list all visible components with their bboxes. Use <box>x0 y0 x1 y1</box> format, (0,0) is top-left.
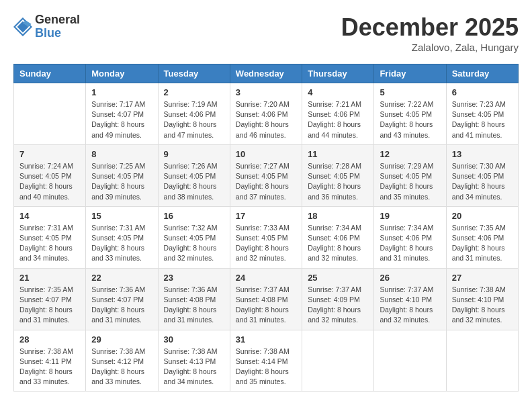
day-number: 11 <box>308 149 368 159</box>
day-number: 18 <box>308 211 368 221</box>
calendar-cell: 15Sunrise: 7:31 AM Sunset: 4:05 PM Dayli… <box>86 206 158 268</box>
day-info: Sunrise: 7:26 AM Sunset: 4:05 PM Dayligh… <box>164 161 224 202</box>
day-info: Sunrise: 7:34 AM Sunset: 4:06 PM Dayligh… <box>308 223 368 264</box>
calendar-cell: 11Sunrise: 7:28 AM Sunset: 4:05 PM Dayli… <box>302 144 374 206</box>
day-number: 13 <box>452 149 513 159</box>
day-info: Sunrise: 7:24 AM Sunset: 4:05 PM Dayligh… <box>19 161 80 202</box>
day-number: 31 <box>236 334 296 345</box>
day-number: 10 <box>236 149 296 159</box>
weekday-header: Wednesday <box>230 64 302 83</box>
calendar-cell <box>374 330 446 392</box>
day-info: Sunrise: 7:36 AM Sunset: 4:08 PM Dayligh… <box>164 285 224 326</box>
calendar-header-row: SundayMondayTuesdayWednesdayThursdayFrid… <box>14 64 519 83</box>
day-number: 23 <box>164 273 224 283</box>
calendar-cell: 3Sunrise: 7:20 AM Sunset: 4:06 PM Daylig… <box>230 83 302 145</box>
day-info: Sunrise: 7:38 AM Sunset: 4:11 PM Dayligh… <box>19 347 80 387</box>
weekday-header: Sunday <box>14 64 86 83</box>
day-info: Sunrise: 7:32 AM Sunset: 4:05 PM Dayligh… <box>164 223 224 264</box>
day-info: Sunrise: 7:30 AM Sunset: 4:05 PM Dayligh… <box>452 161 513 202</box>
day-number: 17 <box>236 211 296 221</box>
calendar-cell: 19Sunrise: 7:34 AM Sunset: 4:06 PM Dayli… <box>374 206 446 268</box>
day-number: 20 <box>452 211 513 221</box>
day-number: 9 <box>164 149 224 159</box>
calendar-cell: 28Sunrise: 7:38 AM Sunset: 4:11 PM Dayli… <box>14 330 86 392</box>
calendar-cell <box>302 330 374 392</box>
day-info: Sunrise: 7:38 AM Sunset: 4:10 PM Dayligh… <box>452 285 513 326</box>
day-number: 21 <box>19 273 80 283</box>
calendar-cell: 9Sunrise: 7:26 AM Sunset: 4:05 PM Daylig… <box>158 144 230 206</box>
day-info: Sunrise: 7:38 AM Sunset: 4:13 PM Dayligh… <box>164 347 224 387</box>
day-info: Sunrise: 7:34 AM Sunset: 4:06 PM Dayligh… <box>380 223 440 264</box>
day-info: Sunrise: 7:28 AM Sunset: 4:05 PM Dayligh… <box>308 161 368 202</box>
calendar-cell: 26Sunrise: 7:37 AM Sunset: 4:10 PM Dayli… <box>374 268 446 330</box>
calendar-week-row: 28Sunrise: 7:38 AM Sunset: 4:11 PM Dayli… <box>14 330 519 392</box>
day-number: 2 <box>164 87 224 97</box>
logo-general: General <box>35 13 80 27</box>
day-info: Sunrise: 7:25 AM Sunset: 4:05 PM Dayligh… <box>91 161 152 202</box>
calendar-cell: 21Sunrise: 7:35 AM Sunset: 4:07 PM Dayli… <box>14 268 86 330</box>
calendar-week-row: 1Sunrise: 7:17 AM Sunset: 4:07 PM Daylig… <box>14 83 519 145</box>
day-info: Sunrise: 7:37 AM Sunset: 4:08 PM Dayligh… <box>236 285 296 326</box>
calendar-cell: 17Sunrise: 7:33 AM Sunset: 4:05 PM Dayli… <box>230 206 302 268</box>
calendar-cell: 6Sunrise: 7:23 AM Sunset: 4:05 PM Daylig… <box>446 83 518 145</box>
month-title: December 2025 <box>341 13 519 42</box>
logo: General Blue <box>13 13 80 40</box>
day-info: Sunrise: 7:37 AM Sunset: 4:09 PM Dayligh… <box>308 285 368 326</box>
calendar-cell: 2Sunrise: 7:19 AM Sunset: 4:06 PM Daylig… <box>158 83 230 145</box>
calendar-cell: 10Sunrise: 7:27 AM Sunset: 4:05 PM Dayli… <box>230 144 302 206</box>
calendar-week-row: 21Sunrise: 7:35 AM Sunset: 4:07 PM Dayli… <box>14 268 519 330</box>
weekday-header: Friday <box>374 64 446 83</box>
day-number: 30 <box>164 334 224 345</box>
calendar-cell: 14Sunrise: 7:31 AM Sunset: 4:05 PM Dayli… <box>14 206 86 268</box>
calendar-week-row: 14Sunrise: 7:31 AM Sunset: 4:05 PM Dayli… <box>14 206 519 268</box>
calendar-cell: 18Sunrise: 7:34 AM Sunset: 4:06 PM Dayli… <box>302 206 374 268</box>
calendar-cell: 29Sunrise: 7:38 AM Sunset: 4:12 PM Dayli… <box>86 330 158 392</box>
day-info: Sunrise: 7:22 AM Sunset: 4:05 PM Dayligh… <box>380 99 440 140</box>
calendar-cell: 16Sunrise: 7:32 AM Sunset: 4:05 PM Dayli… <box>158 206 230 268</box>
day-info: Sunrise: 7:21 AM Sunset: 4:06 PM Dayligh… <box>308 99 368 140</box>
logo-icon <box>13 17 32 36</box>
day-number: 1 <box>91 87 152 97</box>
location: Zalalovo, Zala, Hungary <box>341 42 519 53</box>
calendar-cell: 24Sunrise: 7:37 AM Sunset: 4:08 PM Dayli… <box>230 268 302 330</box>
weekday-header: Monday <box>86 64 158 83</box>
calendar-cell: 30Sunrise: 7:38 AM Sunset: 4:13 PM Dayli… <box>158 330 230 392</box>
day-info: Sunrise: 7:31 AM Sunset: 4:05 PM Dayligh… <box>91 223 152 264</box>
calendar-cell: 23Sunrise: 7:36 AM Sunset: 4:08 PM Dayli… <box>158 268 230 330</box>
day-number: 12 <box>380 149 440 159</box>
day-info: Sunrise: 7:38 AM Sunset: 4:12 PM Dayligh… <box>91 347 152 387</box>
day-number: 26 <box>380 273 440 283</box>
weekday-header: Thursday <box>302 64 374 83</box>
day-number: 22 <box>91 273 152 283</box>
day-number: 19 <box>380 211 440 221</box>
calendar-cell: 22Sunrise: 7:36 AM Sunset: 4:07 PM Dayli… <box>86 268 158 330</box>
calendar-cell: 13Sunrise: 7:30 AM Sunset: 4:05 PM Dayli… <box>446 144 518 206</box>
day-number: 28 <box>19 334 80 345</box>
day-number: 25 <box>308 273 368 283</box>
calendar-cell: 8Sunrise: 7:25 AM Sunset: 4:05 PM Daylig… <box>86 144 158 206</box>
day-number: 4 <box>308 87 368 97</box>
day-number: 24 <box>236 273 296 283</box>
day-info: Sunrise: 7:20 AM Sunset: 4:06 PM Dayligh… <box>236 99 296 140</box>
day-info: Sunrise: 7:38 AM Sunset: 4:14 PM Dayligh… <box>236 347 296 387</box>
day-info: Sunrise: 7:37 AM Sunset: 4:10 PM Dayligh… <box>380 285 440 326</box>
calendar-cell: 12Sunrise: 7:29 AM Sunset: 4:05 PM Dayli… <box>374 144 446 206</box>
day-number: 3 <box>236 87 296 97</box>
day-info: Sunrise: 7:35 AM Sunset: 4:07 PM Dayligh… <box>19 285 80 326</box>
calendar-cell <box>446 330 518 392</box>
day-info: Sunrise: 7:33 AM Sunset: 4:05 PM Dayligh… <box>236 223 296 264</box>
day-info: Sunrise: 7:23 AM Sunset: 4:05 PM Dayligh… <box>452 99 513 140</box>
calendar-cell: 20Sunrise: 7:35 AM Sunset: 4:06 PM Dayli… <box>446 206 518 268</box>
day-info: Sunrise: 7:19 AM Sunset: 4:06 PM Dayligh… <box>164 99 224 140</box>
day-info: Sunrise: 7:36 AM Sunset: 4:07 PM Dayligh… <box>91 285 152 326</box>
day-number: 29 <box>91 334 152 345</box>
calendar-cell: 25Sunrise: 7:37 AM Sunset: 4:09 PM Dayli… <box>302 268 374 330</box>
day-info: Sunrise: 7:27 AM Sunset: 4:05 PM Dayligh… <box>236 161 296 202</box>
calendar-cell: 5Sunrise: 7:22 AM Sunset: 4:05 PM Daylig… <box>374 83 446 145</box>
day-number: 7 <box>19 149 80 159</box>
day-number: 27 <box>452 273 513 283</box>
calendar-cell: 27Sunrise: 7:38 AM Sunset: 4:10 PM Dayli… <box>446 268 518 330</box>
day-number: 6 <box>452 87 513 97</box>
weekday-header: Tuesday <box>158 64 230 83</box>
logo-blue: Blue <box>35 27 80 40</box>
